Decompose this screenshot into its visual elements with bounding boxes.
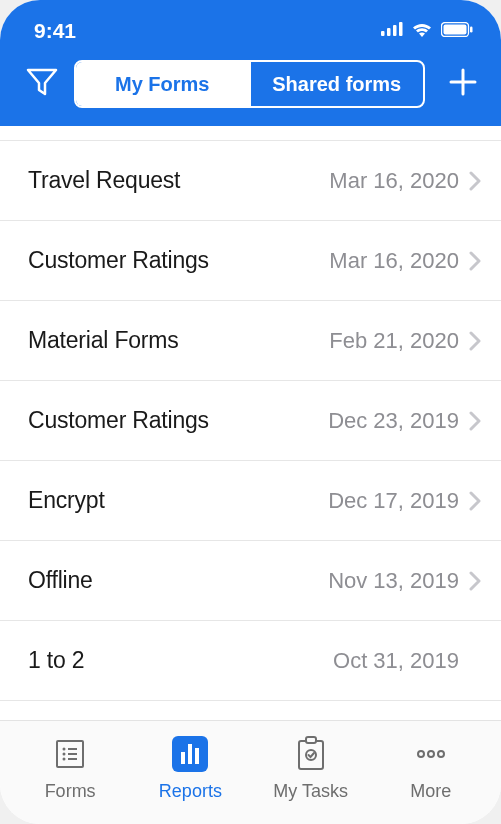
svg-rect-19 <box>306 737 316 743</box>
more-icon <box>410 733 452 775</box>
tab-forms[interactable]: Forms <box>24 733 116 802</box>
plus-icon <box>448 67 478 101</box>
tab-my-tasks[interactable]: My Tasks <box>265 733 357 802</box>
status-icons <box>381 21 473 41</box>
list-item[interactable]: EncryptDec 17, 2019 <box>0 461 501 541</box>
wifi-icon <box>411 21 433 41</box>
chevron-right-icon <box>469 411 481 431</box>
tab-label: Forms <box>45 781 96 802</box>
list-item[interactable]: Travel RequestMar 16, 2020 <box>0 140 501 221</box>
list-item[interactable]: Customer RatingsMar 16, 2020 <box>0 221 501 301</box>
list-item-date: Nov 13, 2019 <box>328 568 459 594</box>
chevron-right-icon <box>469 491 481 511</box>
svg-point-23 <box>438 751 444 757</box>
list-item-title: Offline <box>28 567 316 594</box>
cellular-icon <box>381 22 403 40</box>
svg-rect-16 <box>188 744 192 764</box>
list-item-title: Customer Ratings <box>28 407 316 434</box>
reports-icon <box>169 733 211 775</box>
svg-rect-3 <box>399 22 403 36</box>
toolbar: My Forms Shared forms <box>0 52 501 126</box>
list-item-title: Travel Request <box>28 167 317 194</box>
tab-shared-forms[interactable]: Shared forms <box>249 62 424 106</box>
svg-point-10 <box>63 758 66 761</box>
forms-icon <box>49 733 91 775</box>
app-header: 9:41 My Forms Shared fo <box>0 0 501 126</box>
list-item-title: Encrypt <box>28 487 316 514</box>
list-item-date: Dec 17, 2019 <box>328 488 459 514</box>
svg-point-21 <box>418 751 424 757</box>
list-item-title: Material Forms <box>28 327 317 354</box>
tab-label: More <box>410 781 451 802</box>
list-item[interactable]: Material FormsFeb 21, 2020 <box>0 301 501 381</box>
chevron-right-icon <box>469 171 481 191</box>
tasks-icon <box>290 733 332 775</box>
tab-reports[interactable]: Reports <box>144 733 236 802</box>
tab-more[interactable]: More <box>385 733 477 802</box>
chevron-right-icon <box>469 331 481 351</box>
svg-rect-15 <box>181 752 185 764</box>
chevron-right-icon <box>469 571 481 591</box>
svg-rect-17 <box>195 748 199 764</box>
tab-label: My Tasks <box>273 781 348 802</box>
list-item-title: 1 to 2 <box>28 647 321 674</box>
svg-point-22 <box>428 751 434 757</box>
list-item-date: Mar 16, 2020 <box>329 248 459 274</box>
svg-rect-6 <box>470 26 473 32</box>
svg-rect-5 <box>444 24 467 34</box>
svg-rect-2 <box>393 25 397 36</box>
status-bar: 9:41 <box>0 0 501 52</box>
list-item[interactable]: 1 to 2Oct 31, 2019 <box>0 621 501 701</box>
filter-button[interactable] <box>24 66 60 102</box>
svg-point-9 <box>63 753 66 756</box>
funnel-icon <box>26 67 58 101</box>
add-button[interactable] <box>445 66 481 102</box>
tab-label: Reports <box>159 781 222 802</box>
chevron-right-icon <box>469 251 481 271</box>
list-item-title: Customer Ratings <box>28 247 317 274</box>
app-screen: 9:41 My Forms Shared fo <box>0 0 501 824</box>
list-item-date: Mar 16, 2020 <box>329 168 459 194</box>
list-item-date: Dec 23, 2019 <box>328 408 459 434</box>
list-item-date: Oct 31, 2019 <box>333 648 459 674</box>
list-item[interactable]: OfflineNov 13, 2019 <box>0 541 501 621</box>
list-item-date: Feb 21, 2020 <box>329 328 459 354</box>
battery-icon <box>441 22 473 41</box>
tab-my-forms[interactable]: My Forms <box>76 62 249 106</box>
svg-rect-0 <box>381 31 385 36</box>
list-item[interactable]: Customer RatingsDec 23, 2019 <box>0 381 501 461</box>
status-time: 9:41 <box>34 19 76 43</box>
svg-point-8 <box>63 748 66 751</box>
svg-rect-1 <box>387 28 391 36</box>
forms-scope-segmented: My Forms Shared forms <box>74 60 425 108</box>
bottom-tab-bar: Forms Reports My Tasks More <box>0 720 501 824</box>
forms-list[interactable]: Travel RequestMar 16, 2020Customer Ratin… <box>0 126 501 720</box>
